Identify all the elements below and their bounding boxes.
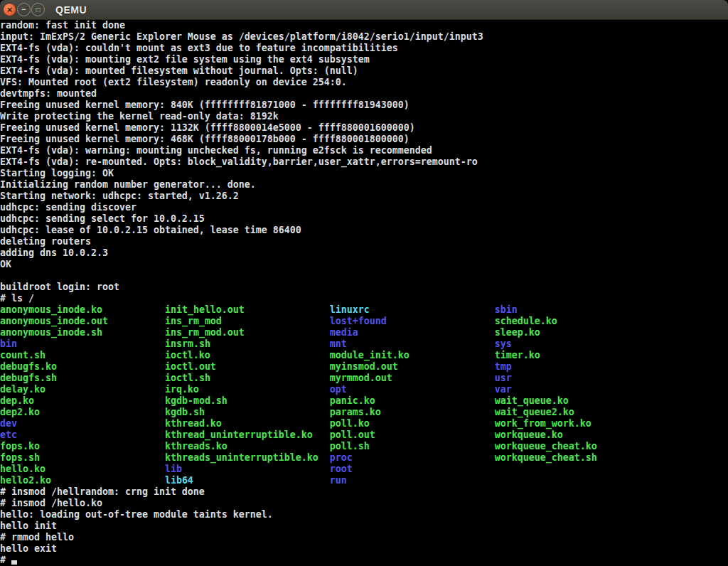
file-entry: anonymous_inode.ko [0, 304, 102, 315]
file-entry: sys [495, 338, 512, 349]
terminal-line: EXT4-fs (vda): couldn't mount as ext3 du… [0, 43, 728, 54]
file-entry: dep2.ko [0, 407, 40, 417]
terminal-line [0, 270, 728, 282]
file-entry: anonymous_inode.sh [0, 327, 102, 338]
file-entry: irq.ko [165, 384, 199, 395]
terminal-line: OK [0, 259, 728, 270]
file-entry: lost+found [330, 316, 387, 326]
terminal-line: dep2.ko kgdb.sh params.ko wait_queue2.ko [0, 407, 728, 418]
close-button[interactable]: × [3, 3, 16, 16]
file-entry: dev [0, 418, 17, 429]
terminal-line: dev kthread.ko poll.ko work_from_work.ko [0, 418, 728, 429]
terminal-line: EXT4-fs (vda): mounting ext2 file system… [0, 54, 728, 65]
file-entry: wait_queue.ko [495, 395, 569, 406]
terminal-line: EXT4-fs (vda): re-mounted. Opts: block_v… [0, 156, 728, 168]
minimize-button[interactable]: − [17, 3, 31, 16]
window-title: QEMU [55, 4, 87, 16]
maximize-icon: □ [36, 6, 40, 13]
terminal-line: anonymous_inode.sh ins_rm_mod.out media … [0, 327, 728, 338]
file-entry: insrm.sh [165, 338, 210, 349]
file-entry: run [330, 475, 347, 486]
terminal-line: Freeing unused kernel memory: 468K (ffff… [0, 134, 728, 145]
terminal-line: hello2.ko lib64 run [0, 475, 728, 486]
file-entry: ins_rm_mod.out [165, 327, 245, 338]
file-entry: lib [165, 464, 182, 474]
qemu-window: × − □ QEMU random: fast init doneinput: … [0, 0, 728, 566]
file-entry: ioctl.ko [165, 350, 210, 361]
terminal-screen[interactable]: random: fast init doneinput: ImExPS/2 Ge… [0, 20, 728, 566]
file-entry: workqueue_cheat.ko [495, 441, 597, 452]
file-entry: etc [0, 429, 17, 440]
terminal-line: # [0, 555, 728, 566]
file-entry: module_init.ko [330, 350, 410, 361]
file-entry: dep.ko [0, 395, 34, 406]
terminal-line: deleting routers [0, 236, 728, 247]
file-entry: kthread_uninterruptible.ko [165, 429, 313, 440]
file-entry: proc [330, 452, 353, 463]
file-entry: fops.sh [0, 452, 40, 463]
terminal-line: udhcpc: lease of 10.0.2.15 obtained, lea… [0, 225, 728, 236]
terminal-line: debugfs.sh ioctl.sh myrmmod.out usr [0, 373, 728, 384]
file-entry: debugfs.ko [0, 361, 57, 372]
terminal-line: hello exit [0, 543, 728, 555]
terminal-line: VFS: Mounted root (ext2 filesystem) read… [0, 77, 728, 88]
file-entry: lib64 [165, 475, 193, 486]
maximize-button[interactable]: □ [31, 3, 45, 16]
file-entry: var [495, 384, 512, 395]
close-icon: × [7, 5, 13, 14]
file-entry: mnt [330, 338, 347, 349]
file-entry: hello2.ko [0, 475, 51, 486]
file-entry: count.sh [0, 350, 46, 361]
file-entry: schedule.ko [495, 316, 557, 326]
terminal-line: Starting network: udhcpc: started, v1.26… [0, 191, 728, 202]
terminal-line: Starting logging: OK [0, 168, 728, 179]
file-entry: work_from_work.ko [495, 418, 592, 429]
terminal-line: bin insrm.sh mnt sys [0, 338, 728, 350]
terminal-line: EXT4-fs (vda): warning: mounting uncheck… [0, 145, 728, 156]
terminal-line: Freeing unused kernel memory: 1132K (fff… [0, 122, 728, 134]
file-entry: delay.ko [0, 384, 46, 395]
titlebar[interactable]: × − □ QEMU [0, 0, 728, 20]
file-entry: bin [0, 338, 17, 349]
terminal-line: anonymous_inode.out ins_rm_mod lost+foun… [0, 316, 728, 327]
terminal-line: fops.ko kthreads.ko poll.sh workqueue_ch… [0, 441, 728, 452]
file-entry: hello.ko [0, 464, 46, 474]
terminal-line: anonymous_inode.ko init_hello.out linuxr… [0, 304, 728, 316]
file-entry: ioctl.out [165, 361, 216, 372]
terminal-line: # insmod /hellrandom: crng init done [0, 486, 728, 498]
file-entry: kthreads_uninterruptible.ko [165, 452, 318, 463]
file-entry: tmp [495, 361, 512, 372]
terminal-line: count.sh ioctl.ko module_init.ko timer.k… [0, 350, 728, 361]
file-entry: ins_rm_mod [165, 316, 222, 326]
file-entry: kgdb-mod.sh [165, 395, 228, 406]
terminal-line: devtmpfs: mounted [0, 88, 728, 100]
file-entry: poll.out [330, 429, 375, 440]
terminal-line: udhcpc: sending discover [0, 202, 728, 213]
file-entry: sleep.ko [495, 327, 540, 338]
file-entry: myrmmod.out [330, 373, 392, 383]
file-entry: kgdb.sh [165, 407, 205, 417]
file-entry: linuxrc [330, 304, 370, 315]
terminal-line: Initializing random number generator... … [0, 179, 728, 191]
terminal-cursor [11, 560, 17, 565]
terminal-line: hello init [0, 520, 728, 532]
file-entry: anonymous_inode.out [0, 316, 108, 326]
terminal-line: # insmod /hello.ko [0, 498, 728, 509]
file-entry: root [330, 464, 353, 474]
terminal-line: # rmmod hello [0, 532, 728, 543]
file-entry: workqueue.ko [495, 429, 563, 440]
file-entry: wait_queue2.ko [495, 407, 574, 417]
file-entry: poll.ko [330, 418, 370, 429]
file-entry: opt [330, 384, 347, 395]
file-entry: workqueue_cheat.sh [495, 452, 597, 463]
file-entry: debugfs.sh [0, 373, 57, 383]
terminal-line: buildroot login: root [0, 282, 728, 293]
terminal-line: hello: loading out-of-tree module taints… [0, 509, 728, 520]
file-entry: ioctl.sh [165, 373, 210, 383]
file-entry: usr [495, 373, 512, 383]
file-entry: params.ko [330, 407, 381, 417]
file-entry: myinsmod.out [330, 361, 398, 372]
terminal-line: udhcpc: sending select for 10.0.2.15 [0, 213, 728, 225]
minimize-icon: − [21, 6, 26, 14]
file-entry: panic.ko [330, 395, 375, 406]
